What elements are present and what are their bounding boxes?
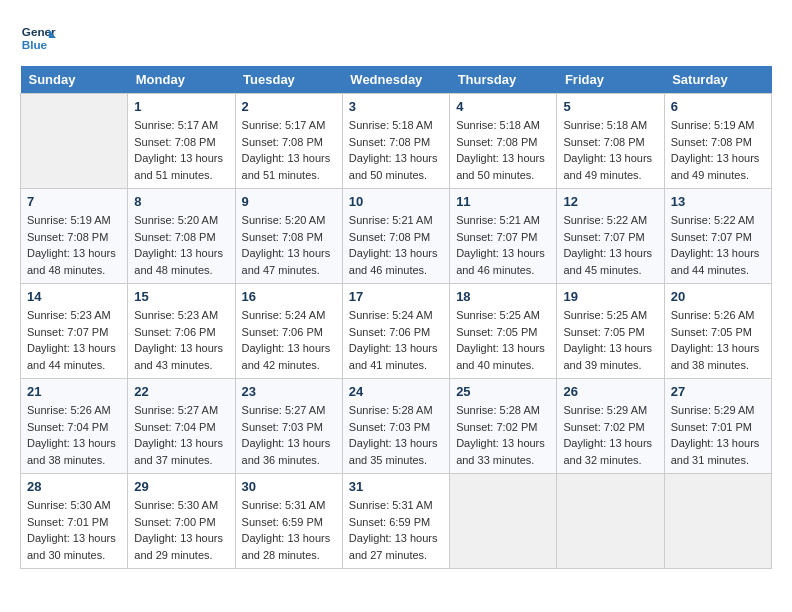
day-number: 14 <box>27 289 121 304</box>
day-number: 7 <box>27 194 121 209</box>
day-info: Sunrise: 5:28 AM Sunset: 7:02 PM Dayligh… <box>456 402 550 468</box>
calendar-cell: 9 Sunrise: 5:20 AM Sunset: 7:08 PM Dayli… <box>235 189 342 284</box>
weekday-header-wednesday: Wednesday <box>342 66 449 94</box>
day-number: 11 <box>456 194 550 209</box>
day-info: Sunrise: 5:29 AM Sunset: 7:02 PM Dayligh… <box>563 402 657 468</box>
day-number: 26 <box>563 384 657 399</box>
day-number: 22 <box>134 384 228 399</box>
day-info: Sunrise: 5:19 AM Sunset: 7:08 PM Dayligh… <box>671 117 765 183</box>
calendar-cell: 18 Sunrise: 5:25 AM Sunset: 7:05 PM Dayl… <box>450 284 557 379</box>
calendar-cell: 3 Sunrise: 5:18 AM Sunset: 7:08 PM Dayli… <box>342 94 449 189</box>
weekday-header-sunday: Sunday <box>21 66 128 94</box>
weekday-header-saturday: Saturday <box>664 66 771 94</box>
day-number: 28 <box>27 479 121 494</box>
day-number: 8 <box>134 194 228 209</box>
calendar-cell: 15 Sunrise: 5:23 AM Sunset: 7:06 PM Dayl… <box>128 284 235 379</box>
calendar-cell: 30 Sunrise: 5:31 AM Sunset: 6:59 PM Dayl… <box>235 474 342 569</box>
calendar-table: SundayMondayTuesdayWednesdayThursdayFrid… <box>20 66 772 569</box>
day-number: 5 <box>563 99 657 114</box>
calendar-cell: 11 Sunrise: 5:21 AM Sunset: 7:07 PM Dayl… <box>450 189 557 284</box>
day-number: 31 <box>349 479 443 494</box>
day-number: 19 <box>563 289 657 304</box>
day-info: Sunrise: 5:22 AM Sunset: 7:07 PM Dayligh… <box>671 212 765 278</box>
day-number: 20 <box>671 289 765 304</box>
day-info: Sunrise: 5:21 AM Sunset: 7:08 PM Dayligh… <box>349 212 443 278</box>
calendar-cell: 31 Sunrise: 5:31 AM Sunset: 6:59 PM Dayl… <box>342 474 449 569</box>
day-number: 4 <box>456 99 550 114</box>
day-info: Sunrise: 5:30 AM Sunset: 7:00 PM Dayligh… <box>134 497 228 563</box>
day-number: 2 <box>242 99 336 114</box>
day-info: Sunrise: 5:26 AM Sunset: 7:04 PM Dayligh… <box>27 402 121 468</box>
day-info: Sunrise: 5:18 AM Sunset: 7:08 PM Dayligh… <box>563 117 657 183</box>
day-number: 24 <box>349 384 443 399</box>
calendar-cell: 12 Sunrise: 5:22 AM Sunset: 7:07 PM Dayl… <box>557 189 664 284</box>
day-number: 30 <box>242 479 336 494</box>
page-header: General Blue <box>20 20 772 56</box>
day-number: 23 <box>242 384 336 399</box>
calendar-cell: 26 Sunrise: 5:29 AM Sunset: 7:02 PM Dayl… <box>557 379 664 474</box>
day-info: Sunrise: 5:23 AM Sunset: 7:06 PM Dayligh… <box>134 307 228 373</box>
day-number: 25 <box>456 384 550 399</box>
day-info: Sunrise: 5:30 AM Sunset: 7:01 PM Dayligh… <box>27 497 121 563</box>
calendar-cell: 25 Sunrise: 5:28 AM Sunset: 7:02 PM Dayl… <box>450 379 557 474</box>
calendar-cell: 5 Sunrise: 5:18 AM Sunset: 7:08 PM Dayli… <box>557 94 664 189</box>
calendar-cell: 23 Sunrise: 5:27 AM Sunset: 7:03 PM Dayl… <box>235 379 342 474</box>
weekday-header-monday: Monday <box>128 66 235 94</box>
day-info: Sunrise: 5:18 AM Sunset: 7:08 PM Dayligh… <box>456 117 550 183</box>
day-number: 1 <box>134 99 228 114</box>
calendar-cell: 21 Sunrise: 5:26 AM Sunset: 7:04 PM Dayl… <box>21 379 128 474</box>
calendar-cell: 6 Sunrise: 5:19 AM Sunset: 7:08 PM Dayli… <box>664 94 771 189</box>
day-info: Sunrise: 5:22 AM Sunset: 7:07 PM Dayligh… <box>563 212 657 278</box>
day-info: Sunrise: 5:24 AM Sunset: 7:06 PM Dayligh… <box>349 307 443 373</box>
day-info: Sunrise: 5:26 AM Sunset: 7:05 PM Dayligh… <box>671 307 765 373</box>
calendar-cell: 28 Sunrise: 5:30 AM Sunset: 7:01 PM Dayl… <box>21 474 128 569</box>
calendar-cell: 24 Sunrise: 5:28 AM Sunset: 7:03 PM Dayl… <box>342 379 449 474</box>
day-info: Sunrise: 5:21 AM Sunset: 7:07 PM Dayligh… <box>456 212 550 278</box>
day-info: Sunrise: 5:23 AM Sunset: 7:07 PM Dayligh… <box>27 307 121 373</box>
calendar-cell: 16 Sunrise: 5:24 AM Sunset: 7:06 PM Dayl… <box>235 284 342 379</box>
day-info: Sunrise: 5:25 AM Sunset: 7:05 PM Dayligh… <box>563 307 657 373</box>
day-number: 12 <box>563 194 657 209</box>
calendar-cell <box>664 474 771 569</box>
calendar-cell <box>557 474 664 569</box>
calendar-cell: 22 Sunrise: 5:27 AM Sunset: 7:04 PM Dayl… <box>128 379 235 474</box>
calendar-cell: 29 Sunrise: 5:30 AM Sunset: 7:00 PM Dayl… <box>128 474 235 569</box>
weekday-header-thursday: Thursday <box>450 66 557 94</box>
calendar-cell: 2 Sunrise: 5:17 AM Sunset: 7:08 PM Dayli… <box>235 94 342 189</box>
day-info: Sunrise: 5:27 AM Sunset: 7:03 PM Dayligh… <box>242 402 336 468</box>
calendar-cell: 13 Sunrise: 5:22 AM Sunset: 7:07 PM Dayl… <box>664 189 771 284</box>
day-info: Sunrise: 5:20 AM Sunset: 7:08 PM Dayligh… <box>134 212 228 278</box>
calendar-cell: 19 Sunrise: 5:25 AM Sunset: 7:05 PM Dayl… <box>557 284 664 379</box>
day-number: 18 <box>456 289 550 304</box>
day-info: Sunrise: 5:17 AM Sunset: 7:08 PM Dayligh… <box>134 117 228 183</box>
day-number: 29 <box>134 479 228 494</box>
calendar-cell: 27 Sunrise: 5:29 AM Sunset: 7:01 PM Dayl… <box>664 379 771 474</box>
day-info: Sunrise: 5:18 AM Sunset: 7:08 PM Dayligh… <box>349 117 443 183</box>
day-number: 3 <box>349 99 443 114</box>
day-number: 13 <box>671 194 765 209</box>
day-number: 9 <box>242 194 336 209</box>
day-info: Sunrise: 5:31 AM Sunset: 6:59 PM Dayligh… <box>242 497 336 563</box>
day-number: 6 <box>671 99 765 114</box>
day-number: 15 <box>134 289 228 304</box>
day-number: 10 <box>349 194 443 209</box>
calendar-cell: 17 Sunrise: 5:24 AM Sunset: 7:06 PM Dayl… <box>342 284 449 379</box>
calendar-cell <box>21 94 128 189</box>
day-info: Sunrise: 5:24 AM Sunset: 7:06 PM Dayligh… <box>242 307 336 373</box>
calendar-cell: 20 Sunrise: 5:26 AM Sunset: 7:05 PM Dayl… <box>664 284 771 379</box>
calendar-cell: 1 Sunrise: 5:17 AM Sunset: 7:08 PM Dayli… <box>128 94 235 189</box>
day-info: Sunrise: 5:28 AM Sunset: 7:03 PM Dayligh… <box>349 402 443 468</box>
day-number: 27 <box>671 384 765 399</box>
day-info: Sunrise: 5:25 AM Sunset: 7:05 PM Dayligh… <box>456 307 550 373</box>
day-info: Sunrise: 5:17 AM Sunset: 7:08 PM Dayligh… <box>242 117 336 183</box>
calendar-cell: 4 Sunrise: 5:18 AM Sunset: 7:08 PM Dayli… <box>450 94 557 189</box>
calendar-cell: 10 Sunrise: 5:21 AM Sunset: 7:08 PM Dayl… <box>342 189 449 284</box>
calendar-cell: 14 Sunrise: 5:23 AM Sunset: 7:07 PM Dayl… <box>21 284 128 379</box>
weekday-header-friday: Friday <box>557 66 664 94</box>
day-number: 21 <box>27 384 121 399</box>
calendar-cell <box>450 474 557 569</box>
svg-text:Blue: Blue <box>22 38 48 51</box>
calendar-cell: 7 Sunrise: 5:19 AM Sunset: 7:08 PM Dayli… <box>21 189 128 284</box>
logo: General Blue <box>20 20 56 56</box>
day-number: 17 <box>349 289 443 304</box>
